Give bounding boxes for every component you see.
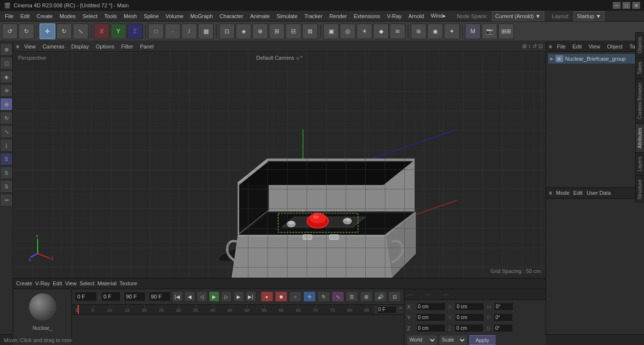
- render-interactive[interactable]: ⊕: [252, 23, 268, 39]
- coord-y1-field[interactable]: [416, 313, 445, 322]
- obj-panel-menu-view[interactable]: View: [587, 44, 602, 49]
- vp-icon-2[interactable]: ↕: [528, 43, 531, 49]
- rotate-tool[interactable]: ↻: [56, 23, 72, 39]
- axis-x[interactable]: X: [94, 23, 110, 39]
- model-mode[interactable]: □: [148, 23, 164, 39]
- viewport-canvas[interactable]: Perspective Default Camera ☼° Grid Spaci…: [13, 52, 546, 278]
- edge-mode[interactable]: /: [181, 23, 197, 39]
- snake-btn[interactable]: S: [0, 153, 13, 165]
- move-btn[interactable]: ⊕: [0, 98, 13, 111]
- minimize-button[interactable]: ─: [613, 2, 621, 9]
- camera-alt[interactable]: 📷: [482, 23, 497, 39]
- go-end-button[interactable]: ▶|: [245, 291, 256, 302]
- frame-input[interactable]: [377, 306, 397, 314]
- mat-menu-material[interactable]: Material: [97, 280, 116, 286]
- render-active[interactable]: ⊟: [286, 23, 301, 39]
- vp-menu-filter[interactable]: Filter: [119, 44, 135, 49]
- menu-window[interactable]: Wind▸: [428, 11, 449, 21]
- tree-expand-icon[interactable]: ▶: [550, 56, 554, 61]
- menu-nodespace-value[interactable]: Current (Arnold) ▼: [492, 11, 544, 21]
- menu-tools[interactable]: Tools: [101, 11, 120, 21]
- scene-viewport[interactable]: [13, 52, 546, 278]
- paint-select[interactable]: ⊛: [411, 23, 426, 39]
- frame-spinner[interactable]: ⌃: [398, 306, 403, 314]
- menu-arnold[interactable]: Arnold: [405, 11, 427, 21]
- coord-z1-field[interactable]: [416, 324, 445, 332]
- next-frame-button[interactable]: ▶: [233, 291, 244, 302]
- menu-tracker[interactable]: Tracker: [302, 11, 326, 21]
- menu-mograph[interactable]: MoGraph: [187, 11, 216, 21]
- menu-simulate[interactable]: Simulate: [274, 11, 301, 21]
- menu-create[interactable]: Create: [34, 11, 56, 21]
- material-btn[interactable]: ◈: [0, 70, 13, 83]
- vp-menu-options[interactable]: Options: [94, 44, 116, 49]
- param-keyframe-btn[interactable]: ☰: [346, 291, 358, 302]
- redo-button[interactable]: ↻: [19, 23, 34, 39]
- deformer[interactable]: ≋: [390, 23, 405, 39]
- poly-mode[interactable]: ▦: [198, 23, 214, 39]
- autokey-btn[interactable]: ⏺: [275, 291, 288, 302]
- menu-file[interactable]: File: [2, 11, 17, 21]
- mat-menu-texture[interactable]: Texture: [119, 280, 137, 286]
- menu-select[interactable]: Select: [80, 11, 101, 21]
- deform-btn[interactable]: ≋: [0, 84, 13, 97]
- obj-panel-menu-edit[interactable]: Edit: [571, 44, 584, 49]
- material-ball-nuclear[interactable]: [29, 293, 56, 321]
- go-start-button[interactable]: |◀: [172, 291, 183, 302]
- timeline-track-area[interactable]: [72, 315, 404, 345]
- vtab-takes[interactable]: Takes: [636, 57, 644, 78]
- menu-layout-value[interactable]: Startup ▼: [574, 11, 604, 21]
- coord-scale-dropdown[interactable]: Scale: [440, 336, 466, 345]
- menu-spline[interactable]: Spline: [141, 11, 162, 21]
- floor-object[interactable]: ▣: [323, 23, 339, 39]
- start-frame-field[interactable]: [101, 292, 121, 301]
- vp-menu-cameras[interactable]: Cameras: [41, 44, 67, 49]
- keyframe-circle-btn[interactable]: ○: [289, 291, 302, 302]
- attr-menu-edit[interactable]: Edit: [574, 190, 583, 196]
- vp-icon-4[interactable]: ⊡: [538, 43, 543, 49]
- light-object[interactable]: ☀: [356, 23, 372, 39]
- coord-x2-field[interactable]: [455, 302, 484, 311]
- menu-edit[interactable]: Edit: [18, 11, 33, 21]
- prev-key-button[interactable]: ◁: [197, 291, 207, 302]
- mat-menu-vray[interactable]: V-Ray: [35, 280, 50, 286]
- apply-button[interactable]: Apply: [469, 335, 496, 345]
- render-region[interactable]: ⊞: [269, 23, 285, 39]
- axis-y[interactable]: Y: [111, 23, 126, 39]
- move-tool[interactable]: ✛: [40, 23, 55, 39]
- mat-menu-select[interactable]: Select: [80, 280, 95, 286]
- vtab-attributes[interactable]: Attributes: [636, 123, 644, 152]
- knife-btn[interactable]: ✂: [0, 194, 13, 207]
- camera-object[interactable]: ◆: [373, 23, 389, 39]
- vp-menu-view[interactable]: View: [22, 44, 38, 49]
- vp-menu-display[interactable]: Display: [69, 44, 91, 49]
- objects-tree[interactable]: ▶ ⊞ Nuclear_Briefcase_group ●: [546, 52, 644, 187]
- attr-menu-user[interactable]: User Data: [587, 190, 611, 196]
- coord-world-dropdown[interactable]: World Local: [407, 336, 437, 345]
- coord-y2-field[interactable]: [455, 313, 484, 322]
- motion-btn[interactable]: ⊡: [388, 291, 401, 302]
- close-button[interactable]: ✕: [632, 2, 640, 9]
- render-all[interactable]: ⊠: [302, 23, 318, 39]
- current-frame-field[interactable]: [75, 292, 97, 301]
- scale-keyframe-btn[interactable]: ⤡: [332, 291, 344, 302]
- vp-icon-1[interactable]: ⊞: [522, 43, 527, 49]
- paint-btn[interactable]: S: [0, 180, 13, 193]
- menu-volume[interactable]: Volume: [163, 11, 187, 21]
- record-btn[interactable]: ●: [261, 291, 273, 302]
- object-btn[interactable]: ◻: [0, 57, 13, 69]
- render-view[interactable]: ◈: [236, 23, 251, 39]
- coord-x1-field[interactable]: [416, 302, 445, 311]
- next-key-button[interactable]: ▷: [221, 291, 232, 302]
- material-tool[interactable]: M: [465, 23, 481, 39]
- coord-z2-field[interactable]: [454, 324, 484, 332]
- menu-extensions[interactable]: Extensions: [351, 11, 383, 21]
- menu-vray[interactable]: V-Ray: [384, 11, 404, 21]
- menu-modes[interactable]: Modes: [57, 11, 79, 21]
- end-frame-field[interactable]: [124, 292, 146, 301]
- move-select[interactable]: ✦: [444, 23, 460, 39]
- prev-frame-button[interactable]: ◀: [184, 291, 195, 302]
- menu-animate[interactable]: Animate: [247, 11, 272, 21]
- sound-btn[interactable]: 🔊: [374, 291, 387, 302]
- menu-character[interactable]: Character: [217, 11, 246, 21]
